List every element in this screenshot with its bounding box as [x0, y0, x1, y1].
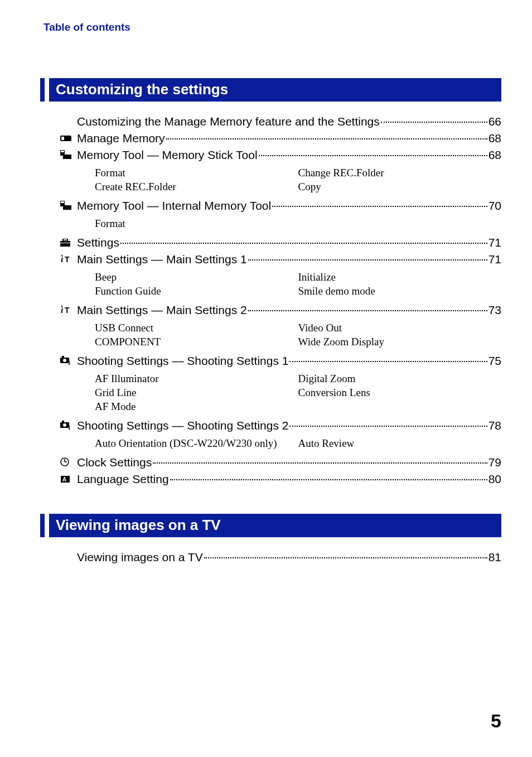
toc-page: 70	[489, 199, 501, 213]
toc-page: 71	[489, 253, 501, 266]
toc-leader	[259, 155, 487, 156]
toc-page: 68	[489, 148, 501, 162]
toc-label: Main Settings — Main Settings 2	[77, 303, 247, 317]
toc-entry[interactable]: T Main Settings — Main Settings 2 73	[77, 303, 501, 317]
toc-entry[interactable]: Manage Memory 68	[77, 132, 501, 145]
toc-entry[interactable]: Customizing the Manage Memory feature an…	[77, 115, 501, 128]
toc-subitem[interactable]: Copy	[298, 181, 496, 193]
toc-label: Shooting Settings — Shooting Settings 2	[77, 419, 288, 432]
toc-entry[interactable]: Settings 71	[77, 236, 501, 249]
toc-subitem[interactable]: Wide Zoom Display	[298, 336, 496, 348]
toc-subitem[interactable]: Beep	[95, 271, 293, 283]
toc-subitems: Auto Orientation (DSC-W220/W230 only) Au…	[95, 436, 501, 451]
toc-leader	[120, 243, 487, 244]
toc-page: 81	[489, 551, 501, 564]
toc-subitem[interactable]: Format	[95, 167, 293, 179]
toc-page: 75	[489, 354, 501, 368]
toc-label: Memory Tool — Memory Stick Tool	[77, 148, 258, 162]
toc-subitem[interactable]: Auto Review	[298, 437, 496, 450]
toc-subitems: Beep Function Guide Initialize Smile dem…	[95, 269, 501, 299]
svg-rect-10	[63, 239, 67, 241]
toc-subitem[interactable]: Create REC.Folder	[95, 181, 293, 193]
svg-rect-11	[60, 243, 70, 243]
toc-subitem[interactable]: Digital Zoom	[298, 373, 496, 385]
toc-subitem[interactable]: USB Connect	[95, 322, 293, 334]
toc-leader	[272, 206, 487, 207]
svg-rect-8	[63, 205, 71, 210]
toc-entry[interactable]: T Main Settings — Main Settings 1 71	[77, 253, 501, 266]
shooting-settings-icon	[60, 421, 77, 430]
toc-subitem[interactable]: Grid Line	[95, 387, 293, 399]
section-body-customizing: Customizing the Manage Memory feature an…	[43, 115, 501, 486]
main-settings-icon: T	[60, 254, 77, 263]
toc-leader	[381, 122, 487, 123]
page-header: Table of contents	[43, 21, 501, 33]
toc-entry[interactable]: A Language Setting 80	[77, 472, 501, 486]
toc-entry[interactable]: Memory Tool — Memory Stick Tool 68	[77, 148, 501, 162]
svg-rect-4	[61, 151, 64, 152]
svg-rect-7	[61, 201, 64, 203]
svg-rect-1	[61, 137, 64, 140]
toc-label: Language Setting	[77, 472, 169, 486]
toc-subitem[interactable]: Conversion Lens	[298, 387, 496, 399]
toc-page: 79	[489, 456, 501, 469]
toc-leader	[248, 259, 487, 261]
toc-label: Clock Settings	[77, 456, 152, 469]
section-bar-accent	[40, 78, 45, 102]
toc-subitems: Format Create REC.Folder Change REC.Fold…	[95, 165, 501, 195]
toc-subitem[interactable]: Video Out	[298, 322, 496, 334]
toc-leader	[204, 557, 487, 558]
memory-card-icon	[60, 134, 77, 142]
toc-subitem[interactable]: Smile demo mode	[298, 285, 496, 297]
toc-subitem[interactable]: Change REC.Folder	[298, 167, 496, 179]
toc-subitems: USB Connect COMPONENT Video Out Wide Zoo…	[95, 320, 501, 350]
svg-rect-9	[60, 241, 70, 247]
toc-subitem[interactable]: Function Guide	[95, 285, 293, 297]
svg-rect-5	[63, 155, 71, 159]
toc-page: 71	[489, 236, 501, 249]
language-icon: A	[60, 475, 77, 483]
toc-subitem[interactable]: Auto Orientation (DSC-W220/W230 only)	[95, 437, 293, 450]
toc-subitem[interactable]: Initialize	[298, 271, 496, 283]
toc-subitem[interactable]: AF Mode	[95, 401, 293, 413]
toc-leader	[166, 138, 487, 139]
toc-entry[interactable]: Viewing images on a TV 81	[77, 551, 501, 564]
svg-text:T: T	[65, 255, 70, 263]
toc-leader	[170, 479, 487, 480]
svg-text:T: T	[65, 306, 70, 314]
section-heading-viewing: Viewing images on a TV	[49, 514, 501, 537]
toolbox-icon	[60, 239, 77, 247]
toc-page: 66	[489, 115, 501, 128]
toc-leader	[289, 426, 487, 427]
toc-leader	[248, 310, 487, 311]
memory-tool-icon	[60, 201, 77, 210]
toc-leader	[153, 462, 487, 464]
toc-subitems: Format	[95, 216, 501, 232]
toc-leader	[289, 361, 487, 362]
toc-entry[interactable]: Clock Settings 79	[77, 456, 501, 469]
toc-label: Settings	[77, 236, 119, 249]
toc-page: 80	[489, 472, 501, 486]
toc-label: Shooting Settings — Shooting Settings 1	[77, 354, 288, 368]
toc-subitem[interactable]: Format	[95, 218, 293, 230]
toc-label: Main Settings — Main Settings 1	[77, 253, 247, 266]
svg-point-15	[63, 359, 66, 362]
section-heading-customizing: Customizing the settings	[49, 78, 501, 102]
toc-entry[interactable]: Memory Tool — Internal Memory Tool 70	[77, 199, 501, 213]
svg-rect-19	[62, 421, 64, 422]
section-bar-accent	[40, 514, 45, 537]
toc-label: Memory Tool — Internal Memory Tool	[77, 199, 271, 213]
toc-entry[interactable]: Shooting Settings — Shooting Settings 1 …	[77, 354, 501, 368]
section-body-viewing: Viewing images on a TV 81	[43, 551, 501, 564]
toc-page: 68	[489, 132, 501, 145]
toc-subitem[interactable]: COMPONENT	[95, 336, 293, 348]
memory-tool-icon	[60, 150, 77, 159]
toc-label: Customizing the Manage Memory feature an…	[77, 115, 380, 128]
main-settings-icon: T	[60, 305, 77, 314]
toc-entry[interactable]: Shooting Settings — Shooting Settings 2 …	[77, 419, 501, 432]
toc-page: 73	[489, 303, 501, 317]
toc-subitem[interactable]: AF Illuminator	[95, 373, 293, 385]
svg-point-18	[63, 423, 66, 427]
page-number: 5	[491, 710, 501, 732]
toc-label: Manage Memory	[77, 132, 165, 145]
